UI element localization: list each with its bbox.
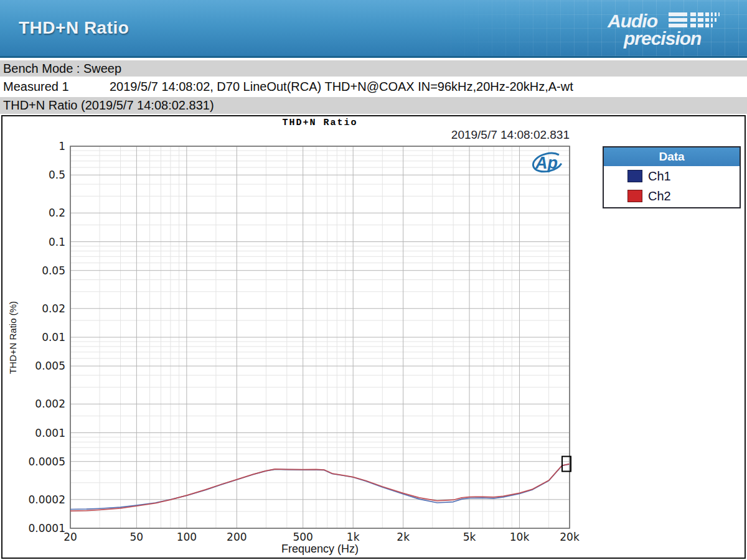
legend-item-ch1[interactable]: Ch1 [604, 166, 740, 186]
svg-text:0.01: 0.01 [42, 331, 65, 343]
ap-watermark-icon: Ap [529, 149, 565, 178]
chart-panel: 20501002005001k2k5k10k20k10.50.20.10.050… [1, 115, 746, 559]
svg-text:50: 50 [130, 531, 144, 543]
ch2-label: Ch2 [648, 189, 671, 203]
svg-text:0.001: 0.001 [35, 427, 65, 439]
svg-text:0.1: 0.1 [49, 236, 65, 248]
chart-timestamp: 2019/5/7 14:08:02.831 [70, 128, 570, 142]
app-window: THD+N Ratio Audio precision Bench Mode :… [0, 0, 747, 560]
svg-text:0.5: 0.5 [49, 169, 65, 181]
svg-text:0.2: 0.2 [49, 207, 65, 219]
logo-bars-icon [669, 12, 720, 27]
svg-text:0.002: 0.002 [35, 398, 65, 410]
svg-text:500: 500 [293, 531, 312, 543]
legend-box: Data Ch1 Ch2 [603, 146, 741, 208]
bench-mode-bar: Bench Mode : Sweep [0, 60, 747, 77]
chart-title: THD+N Ratio [70, 118, 570, 128]
svg-text:0.05: 0.05 [42, 264, 65, 277]
svg-text:100: 100 [177, 531, 197, 543]
page-title: THD+N Ratio [19, 18, 129, 38]
svg-text:0.0002: 0.0002 [29, 493, 65, 506]
svg-text:0.02: 0.02 [42, 302, 65, 315]
y-axis-title: THD+N Ratio (%) [8, 301, 19, 373]
svg-text:20: 20 [63, 531, 77, 543]
title-bar: THD+N Ratio Audio precision [0, 0, 747, 58]
svg-text:0.005: 0.005 [35, 360, 65, 372]
audio-precision-logo: Audio precision [604, 9, 722, 50]
ch1-label: Ch1 [648, 169, 671, 184]
ap-watermark-text: Ap [535, 154, 558, 172]
measured-description: 2019/5/7 14:08:02, D70 LineOut(RCA) THD+… [110, 77, 573, 96]
svg-text:2k: 2k [397, 531, 410, 543]
svg-text:0.0005: 0.0005 [29, 455, 65, 468]
svg-text:5k: 5k [463, 531, 476, 543]
x-axis-title: Frequency (Hz) [70, 543, 570, 556]
ch2-color-swatch [627, 190, 642, 202]
svg-text:1: 1 [59, 140, 65, 152]
svg-text:10k: 10k [510, 531, 530, 543]
legend-item-ch2[interactable]: Ch2 [604, 186, 740, 206]
svg-text:200: 200 [227, 531, 247, 543]
svg-text:1k: 1k [347, 531, 360, 543]
y-axis-title-wrap: THD+N Ratio (%) [2, 146, 24, 528]
measured-row: Measured 1 2019/5/7 14:08:02, D70 LineOu… [0, 77, 747, 96]
legend-header: Data [604, 147, 740, 166]
measured-label: Measured 1 [3, 77, 69, 96]
result-title-bar: THD+N Ratio (2019/5/7 14:08:02.831) [0, 97, 747, 114]
svg-text:20k: 20k [560, 531, 580, 543]
ch1-color-swatch [627, 170, 642, 182]
logo-text-precision: precision [623, 28, 702, 49]
svg-text:0.0001: 0.0001 [29, 522, 65, 534]
